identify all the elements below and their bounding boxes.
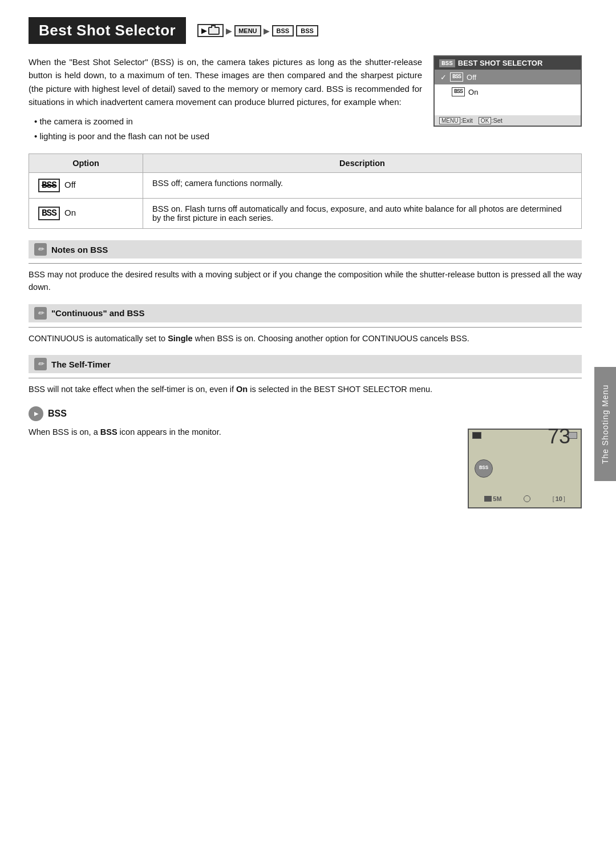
bullet-item-2: lighting is poor and the flash can not b… [34, 129, 422, 144]
note-header-bss: ✏ Notes on BSS [29, 240, 582, 259]
continuous-bold: Single [168, 334, 193, 343]
5m-label: 5M [493, 494, 501, 504]
bss-menu-screenshot: BSS BEST SHOT SELECTOR ✓ BSS Off BSS On … [433, 55, 582, 143]
continuous-suffix: when BSS is on. Choosing another option … [193, 334, 469, 343]
note-title-selftimer: The Self-Timer [51, 360, 111, 369]
monitor-bss-badge: BSS [475, 459, 493, 478]
page-number: 73 [548, 425, 570, 449]
monitor-camera-icon [472, 432, 481, 439]
monitor-bottom-bar: 5M [ 10 ] [469, 494, 581, 504]
bss-on-label: On [468, 88, 478, 96]
intro-paragraph: When the "Best Shot Selector" (BSS) is o… [29, 55, 422, 108]
nav-bss-label-2: BSS [296, 25, 318, 37]
sidebar-tab: The Shooting Menu [594, 367, 616, 481]
divider-1 [29, 263, 582, 264]
selftimer-bold: On [236, 385, 248, 394]
table-cell-option-off: BSS Off [29, 173, 143, 199]
page-title: Best Shot Selector [29, 17, 186, 44]
table-col1-header: Option [29, 154, 143, 173]
note-body-bss: BSS may not produce the desired results … [29, 268, 582, 294]
table-cell-desc-on: BSS on. Flash turns off automatically an… [143, 199, 582, 229]
note-icon-selftimer: ✏ [34, 358, 47, 370]
bss-body-prefix: When BSS is on, a [29, 427, 100, 437]
nav-menu-button: MENU [234, 25, 261, 37]
bss-on-icon: BSS [452, 87, 465, 96]
note-body-continuous: CONTINUOUS is automatically set to Singl… [29, 332, 582, 345]
bracket-open: [ [553, 495, 554, 504]
divider-3 [29, 378, 582, 378]
circle-icon [524, 495, 530, 502]
bss-section-header: ▶ BSS [29, 406, 582, 421]
monitor-5m-icon: 5M [484, 494, 501, 504]
table-row: BSS Off BSS off; camera functions normal… [29, 173, 582, 199]
selftimer-suffix: is selected in the BEST SHOT SELECTOR me… [248, 385, 432, 394]
note-body-selftimer: BSS will not take effect when the self-t… [29, 383, 582, 395]
bss-menu-footer: MENU:Exit OK:Set [435, 115, 581, 126]
bss-menu-item-on: BSS On [435, 84, 581, 99]
bss-section-icon: ▶ [29, 406, 43, 421]
table-cell-option-on: BSS On [29, 199, 143, 229]
monitor-10-icon: [ 10 ] [553, 494, 565, 504]
bss-menu: BSS BEST SHOT SELECTOR ✓ BSS Off BSS On … [433, 55, 582, 127]
note-icon-bss: ✏ [34, 243, 47, 256]
bss-menu-header: BSS BEST SHOT SELECTOR [435, 56, 581, 70]
bss-footer-set: OK:Set [479, 117, 502, 124]
bss-off-table-icon: BSS [38, 179, 60, 192]
bss-section-body: When BSS is on, a BSS icon appears in th… [29, 426, 582, 438]
10-label: 10 [556, 494, 562, 504]
options-table: Option Description BSS Off BSS off; came… [29, 154, 582, 229]
table-row: BSS On BSS on. Flash turns off automatic… [29, 199, 582, 229]
note-header-continuous: ✏ "Continuous" and BSS [29, 304, 582, 322]
note-title-continuous: "Continuous" and BSS [51, 308, 144, 318]
bss-off-label: Off [467, 73, 476, 82]
nav-camera-icon: ▶ [197, 24, 224, 37]
note-section-selftimer: ✏ The Self-Timer BSS will not take effec… [29, 355, 582, 395]
main-area: When the "Best Shot Selector" (BSS) is o… [29, 55, 582, 143]
table-col2-header: Description [143, 154, 582, 173]
bss-menu-item-off: ✓ BSS Off [435, 70, 581, 84]
bss-body-bold: BSS [100, 427, 117, 437]
note-header-selftimer: ✏ The Self-Timer [29, 355, 582, 373]
page-header: Best Shot Selector ▶ ▶ MENU ▶ BSS BSS [29, 17, 582, 44]
continuous-prefix: CONTINUOUS is automatically set to [29, 334, 168, 343]
bss-off-icon: BSS [450, 72, 463, 82]
bss-info-section: ▶ BSS When BSS is on, a BSS icon appears… [29, 406, 582, 438]
table-on-text: On [64, 208, 76, 217]
bracket-close: ] [564, 495, 565, 504]
bss-menu-spacer [435, 99, 581, 115]
table-off-text: Off [64, 180, 76, 189]
bss-header-title: BEST SHOT SELECTOR [458, 59, 543, 67]
nav-arrow-2: ▶ [264, 26, 270, 35]
bullet-list: the camera is zoomed in lighting is poor… [29, 114, 422, 143]
ok-key: OK [479, 117, 491, 124]
bss-on-table-icon: BSS [38, 207, 60, 220]
checkmark-icon: ✓ [440, 73, 447, 82]
bss-footer-exit: MENU:Exit [439, 117, 473, 124]
nav-arrow-1: ▶ [226, 26, 232, 35]
note-section-bss: ✏ Notes on BSS BSS may not produce the d… [29, 240, 582, 294]
5m-square-icon [484, 496, 492, 502]
menu-key: MENU [439, 117, 460, 124]
nav-bss-label-1: BSS [272, 25, 294, 37]
selftimer-prefix: BSS will not take effect when the self-t… [29, 385, 236, 394]
monitor-circle-icon [524, 495, 530, 502]
note-icon-continuous: ✏ [34, 307, 47, 320]
intro-text: When the "Best Shot Selector" (BSS) is o… [29, 55, 422, 143]
bss-section-title: BSS [48, 409, 67, 419]
note-section-continuous: ✏ "Continuous" and BSS CONTINUOUS is aut… [29, 304, 582, 345]
table-cell-desc-off: BSS off; camera functions normally. [143, 173, 582, 199]
divider-2 [29, 327, 582, 328]
bullet-item-1: the camera is zoomed in [34, 114, 422, 129]
bss-header-label: BSS [439, 59, 455, 67]
nav-path: ▶ ▶ MENU ▶ BSS BSS [197, 24, 318, 37]
bss-body-suffix: icon appears in the monitor. [117, 427, 221, 437]
note-title-bss: Notes on BSS [51, 245, 108, 255]
